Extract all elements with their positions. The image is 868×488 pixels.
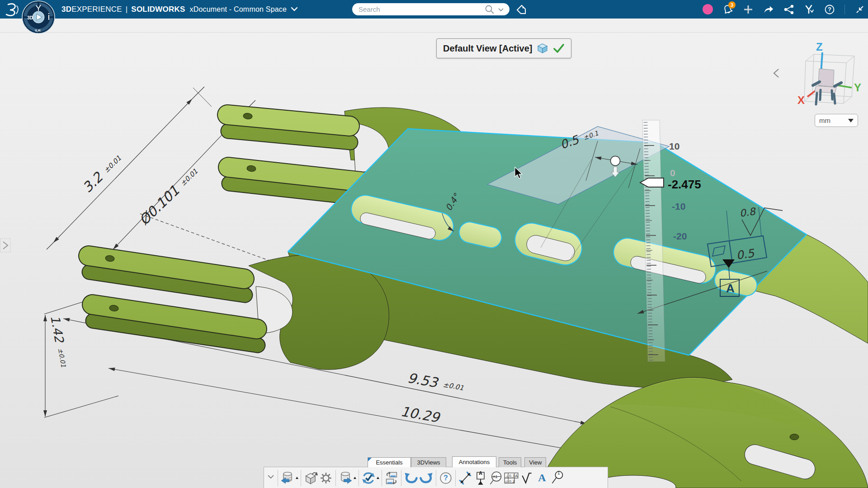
search-input[interactable]	[352, 5, 484, 13]
tab-label: Tools	[503, 459, 517, 466]
save-to-database-icon[interactable]	[338, 469, 353, 488]
dropdown-arrow-icon	[848, 119, 854, 122]
toolbar-separator	[335, 470, 336, 486]
tab-3dviews[interactable]: 3DViews	[411, 457, 446, 467]
notification-badge: 3	[728, 1, 736, 9]
brand-3d: 3D	[61, 5, 71, 14]
share-network-icon[interactable]	[783, 4, 794, 15]
ribbon-tabs: Essentials 3DViews Annotations Tools Vie…	[368, 456, 546, 467]
datum-feature-icon[interactable]: A	[473, 469, 488, 488]
flatness-value[interactable]: 0.5	[736, 247, 755, 262]
tab-view[interactable]: View	[524, 457, 546, 467]
undo-icon[interactable]	[403, 469, 419, 488]
datum-target-label: A1	[493, 474, 497, 479]
notifications-bell-icon[interactable]: 3	[722, 4, 733, 15]
brand-experience: EXPERIENCE	[71, 5, 122, 14]
balloon-icon[interactable]: 1	[550, 469, 565, 488]
3ds-swoosh-logo-icon	[3, 2, 20, 17]
3d-viewport[interactable]: 0.4° 0.5 A 0.8 0.5 ±0.1	[0, 0, 868, 488]
dropdown-caret-icon[interactable]	[353, 476, 357, 480]
title-pipe: |	[126, 5, 128, 14]
compass-vr-label: V,R	[35, 28, 41, 33]
toolbar-help-icon[interactable]: ?	[438, 469, 453, 488]
datum-label[interactable]: A	[726, 282, 735, 295]
help-glyph: ?	[828, 6, 831, 13]
x-axis-label[interactable]: X	[797, 94, 805, 106]
ruler-label-m20: -20	[673, 231, 687, 241]
toolbar-separator	[455, 470, 456, 486]
avatar[interactable]	[702, 4, 713, 15]
view-state-banner[interactable]: Default View [Active]	[436, 38, 571, 58]
surface-finish-icon[interactable]	[519, 469, 534, 488]
search-scope-chevron-icon[interactable]	[497, 5, 505, 14]
dropdown-caret-icon[interactable]	[295, 476, 299, 480]
topbar-divider	[844, 5, 845, 14]
window-title: 3DEXPERIENCE | SOLIDWORKS xDocument - Co…	[61, 0, 298, 19]
update-sync-icon[interactable]	[361, 469, 376, 488]
search-bar[interactable]	[352, 3, 509, 15]
3ds-brand-person-icon[interactable]	[804, 4, 815, 15]
toolbar-collapse-icon[interactable]	[266, 467, 276, 486]
svg-text:⊥: ⊥	[505, 473, 509, 478]
import-from-database-icon[interactable]	[280, 469, 295, 488]
tab-essentials[interactable]: Essentials	[368, 457, 411, 467]
svg-text:▱: ▱	[505, 479, 508, 483]
tab-tools[interactable]: Tools	[499, 457, 521, 467]
note-icon[interactable]: A	[534, 469, 550, 488]
toolbar-help-glyph: ?	[443, 474, 448, 482]
note-letter: A	[538, 472, 546, 484]
viewport-header-strip	[0, 19, 868, 33]
settings-gear-icon[interactable]	[318, 469, 334, 488]
share-forward-icon[interactable]	[763, 4, 774, 15]
search-icon[interactable]	[484, 4, 495, 15]
toolbar-separator	[382, 470, 382, 486]
help-icon[interactable]: ?	[824, 4, 835, 15]
export-cube-icon[interactable]	[303, 469, 318, 488]
balloon-number: 1	[557, 470, 560, 475]
add-plus-icon[interactable]	[743, 4, 754, 15]
toolbar-separator	[436, 470, 436, 486]
y-axis-label[interactable]: Y	[854, 81, 861, 94]
smart-dimension-icon[interactable]	[458, 469, 473, 488]
view-state-label: Default View [Active]	[443, 43, 532, 54]
tab-label: View	[529, 459, 542, 466]
units-dropdown[interactable]: mm	[815, 114, 858, 127]
drag-grip[interactable]	[611, 156, 620, 166]
tab-annotations[interactable]: Annotations	[452, 456, 496, 467]
tag-icon[interactable]	[515, 4, 527, 15]
swap-documents-icon[interactable]	[384, 469, 399, 488]
datum-feature-letter: A	[479, 470, 482, 476]
3dexperience-compass[interactable]: 3D V,R	[21, 0, 56, 34]
geotol-bottom-value: 0.2	[509, 479, 515, 483]
tab-label: Annotations	[459, 459, 490, 465]
collapse-window-icon[interactable]	[854, 4, 865, 15]
geotol-datum: A	[515, 474, 518, 478]
action-bar: ? A A1 ⊥ 0.3	[264, 467, 608, 488]
geotol-top-value: 0.3	[509, 474, 515, 478]
ruler-label-0: 0	[670, 168, 675, 178]
toolbar-separator	[278, 470, 278, 486]
toolbar-separator	[301, 470, 301, 486]
datum-target-icon[interactable]: A1	[488, 469, 504, 488]
iso-cube-icon[interactable]	[537, 43, 548, 54]
document-title[interactable]: xDocument - Common Space	[189, 5, 287, 14]
tab-pin-marker	[368, 458, 372, 461]
z-axis-label[interactable]: Z	[816, 41, 823, 53]
redo-icon[interactable]	[419, 469, 434, 488]
prong-hole	[790, 434, 799, 440]
ruler-label-m10: -10	[672, 201, 685, 211]
dropdown-caret-icon[interactable]	[376, 476, 380, 480]
ruler-current-value: -2.475	[668, 178, 701, 191]
ruler-label-10: 10	[669, 141, 679, 151]
toolbar-separator	[359, 470, 359, 486]
compass-3d-label: 3D	[27, 15, 33, 20]
toolbar-separator	[401, 470, 401, 486]
tab-label: 3DViews	[417, 459, 440, 466]
confirm-check-icon[interactable]	[553, 43, 565, 53]
geometric-tolerance-icon[interactable]: ⊥ 0.3 A ▱ 0.2	[504, 469, 519, 488]
app-name: SOLIDWORKS	[131, 5, 185, 14]
application-window: 0.4° 0.5 A 0.8 0.5 ±0.1	[0, 0, 868, 488]
surface-finish-value[interactable]: 0.8	[739, 206, 757, 219]
units-value: mm	[819, 117, 830, 124]
chevron-down-icon[interactable]	[291, 5, 298, 14]
